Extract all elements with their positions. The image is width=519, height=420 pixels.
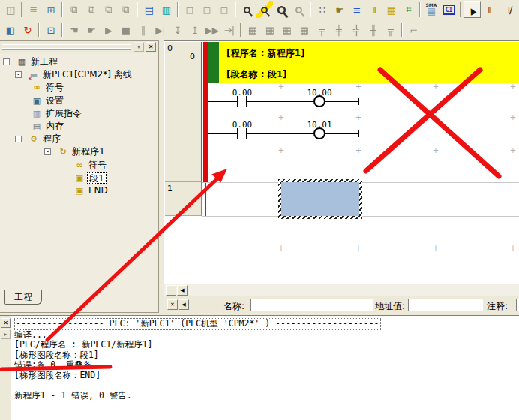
tree-item-段1[interactable]: 段1 [0,172,158,184]
tree-title-bar: ▾ ✕ [0,41,158,53]
ladder-horizontal-scrollbar[interactable]: ◀ [164,284,519,296]
tree-item-END[interactable]: END [0,185,158,197]
tree-item-新PLC1[CPM2*] 离线[interactable]: -新PLC1[CPM2*] 离线 [0,69,158,81]
tree-item-内存[interactable]: 内存 [0,121,158,133]
rung-comment-header: [程序名 : 新程序1] [段名称 : 段1] [208,42,519,83]
project-tree: -新工程-新PLC1[CPM2*] 离线符号设置扩展指令内存-程序-新程序1符号… [0,53,158,290]
address-input[interactable] [408,298,483,311]
ladder-drawing-area[interactable]: 0 0 1 [程序名 : 新程序1] [段名称 : 段1] 0.0010.000… [164,41,519,284]
tree-item-符号[interactable]: 符号 [0,160,158,172]
program-name-text: [程序名 : 新程序1] [226,47,304,60]
toolbar-separator [419,2,421,17]
step-in-icon: ↧ [169,22,186,38]
compile-output-text[interactable]: ----------------- PLC: '新PLC1' (PLC机型 'C… [13,316,519,420]
step-run-icon: ▶| [152,22,169,38]
panel-collapse-button[interactable]: ▾ [134,42,144,52]
sma-icon[interactable] [423,2,440,18]
tree-item-label: 符号 [44,82,65,93]
run-to-end-icon: →| [220,22,238,38]
toolbar-separator [235,2,236,17]
contact-bar [246,128,248,140]
main-toolbar: ◫≣⊞⧉⧉⧉⧉▤▥◻◻◻∷☛≡⊣⊢▦⌗CI⊣⊢⊣∕ [0,0,519,20]
tree-item-新程序1[interactable]: -新程序1 [0,146,158,158]
pause-icon: ‖ [134,22,152,38]
cx-programmer-window: { "colors": { "chrome": "#ece9d8", "hdr-… [0,0,519,420]
output-nav-button[interactable]: ▸ [1,329,10,339]
grid-cross: + [278,147,285,154]
comment-input[interactable] [516,298,519,311]
tab-project[interactable]: 工程 [4,290,42,304]
step-out-icon: ↥ [186,22,203,38]
work-online-icon[interactable]: ◧ [2,22,19,38]
section-list-icon[interactable]: ▤ [140,2,158,18]
selected-cell-fill [281,182,359,216]
error-rung-bar [203,42,208,182]
rung-number: 1 [167,184,172,194]
cross-reference-icon[interactable]: CI [440,2,458,18]
tree-item-新工程[interactable]: -新工程 [0,56,158,68]
panel-gripper[interactable] [2,44,131,46]
transfer-to-plc-icon[interactable]: ⊡ [42,22,59,38]
transfer-window-icon[interactable]: ⊞ [42,2,59,18]
grid-toggle-icon[interactable]: ∷ [314,2,331,18]
scrollbar-splitter-box[interactable] [166,285,176,296]
select-arrow-icon[interactable] [464,2,481,18]
zoom-out-icon [290,2,308,18]
panel-gripper[interactable] [2,48,131,50]
tree-expander-icon[interactable]: - [3,58,10,65]
output-close-button[interactable]: ✕ [1,318,10,328]
main-area: ▾ ✕ -新工程-新PLC1[CPM2*] 离线符号设置扩展指令内存-程序-新程… [0,40,519,313]
new-closed-contact-icon[interactable]: ⊣∕ [498,2,515,18]
rung-comment-icon[interactable]: ≡ [348,2,365,18]
tree-item-扩展指令[interactable]: 扩展指令 [0,108,158,120]
statusbar-left-button[interactable]: ◀ [178,299,189,310]
download-program-icon[interactable]: ≣ [25,2,42,18]
zoom-in-icon[interactable] [238,2,256,18]
tree-expander-icon[interactable]: - [15,136,22,142]
zoom-fit-icon[interactable] [256,2,273,18]
view-x-icon: ◻ [198,2,215,18]
vertical-updown-icon: ╪ [330,22,347,38]
watch-window-icon[interactable]: ▥ [158,2,175,18]
ladder-editor-panel: 0 0 1 [程序名 : 新程序1] [段名称 : 段1] 0.0010.000… [164,40,519,313]
rung-comment-marker [208,42,219,83]
rung-1-margin[interactable]: 1 [165,182,202,216]
new-contact-icon[interactable]: ⊣⊢ [481,2,498,18]
panel-close-button[interactable]: ✕ [146,42,156,52]
online-edit-icon[interactable]: ↻ [19,22,36,38]
symbol-display-icon[interactable]: ☛ [331,2,348,18]
section-name-text: [段名称 : 段1] [226,68,286,81]
tree-item-程序[interactable]: -程序 [0,134,158,146]
symbols-icon [30,82,44,93]
io-monitor-icon[interactable]: ⊣⊢ [365,2,382,18]
output-line [14,381,518,392]
tree-item-label: 段1 [87,172,106,184]
horizontal-join-icon: ╬ [347,22,364,38]
expansion-icon [30,108,44,119]
selected-cell[interactable] [278,179,362,219]
rung-wire [208,101,358,102]
statusbar-close-button[interactable]: ✕ [167,299,178,310]
tree-expander-icon[interactable]: - [44,148,51,155]
tree-item-设置[interactable]: 设置 [0,95,158,107]
contact-bar [237,128,238,140]
paste-check-icon: ⧉ [100,2,117,18]
project-icon [15,56,28,68]
coil-operand: 10.01 [302,120,338,130]
toolbar-separator [460,2,461,17]
tee-join-icon: ╦ [382,22,399,38]
tree-item-label: 扩展指令 [44,108,83,119]
tree-item-符号[interactable]: 符号 [0,82,158,94]
ladder-view-icon[interactable]: ▦ [382,2,400,18]
name-input[interactable] [250,298,373,311]
grid-cross: + [278,83,285,91]
toolbar-separator [62,2,63,17]
rung-0-margin[interactable]: 0 0 [165,42,202,182]
tree-expander-icon[interactable]: - [15,71,22,78]
zoom-large-icon[interactable] [273,2,290,18]
tree-item-label: 新PLC1[CPM2*] 离线 [41,69,134,80]
toolbar-separator [177,2,178,17]
paste-x-icon: ⧉ [82,2,100,18]
scroll-left-button[interactable]: ◀ [177,285,188,296]
mnemonic-view-icon[interactable]: ⌗ [400,2,417,18]
